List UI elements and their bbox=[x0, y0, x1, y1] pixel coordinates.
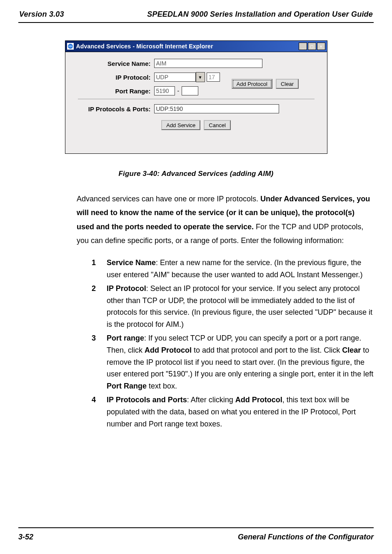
i3-b4: Port Range bbox=[107, 382, 147, 390]
i3-t4: text box. bbox=[147, 382, 177, 390]
add-service-button[interactable]: Add Service bbox=[161, 120, 200, 130]
footer-page-number: 3-52 bbox=[18, 533, 33, 541]
header-version: Version 3.03 bbox=[19, 10, 64, 19]
list-item-1: 1 Service Name: Enter a new name for the… bbox=[92, 257, 374, 281]
footer-rule bbox=[18, 527, 374, 528]
i3-t2: to add that protocol and port to the lis… bbox=[192, 346, 342, 354]
maximize-button[interactable]: □ bbox=[308, 43, 316, 50]
i1-bold: Service Name bbox=[107, 258, 156, 267]
i3-b2: Add Protocol bbox=[145, 346, 192, 354]
dropdown-icon[interactable]: ▼ bbox=[196, 72, 205, 82]
ie-window: Advanced Services - Microsoft Internet E… bbox=[65, 40, 327, 154]
i2-bold: IP Protocol bbox=[107, 284, 146, 293]
ip-protocols-ports-label: IP Protocols & Ports: bbox=[78, 105, 154, 113]
close-button[interactable]: × bbox=[317, 43, 325, 50]
service-name-label: Service Name: bbox=[78, 60, 154, 67]
i4-bold: IP Protocols and Ports bbox=[107, 396, 187, 404]
list-number-3: 3 bbox=[92, 332, 107, 392]
i3-b3: Clear bbox=[342, 346, 361, 354]
add-protocol-button[interactable]: Add Protocol bbox=[232, 79, 272, 89]
form-separator bbox=[78, 99, 315, 99]
ie-logo-icon bbox=[67, 43, 74, 50]
list-item-3: 3 Port range: If you select TCP or UDP, … bbox=[92, 332, 374, 392]
p1-a: Advanced services can have one or more I… bbox=[77, 195, 260, 203]
list-number-2: 2 bbox=[92, 283, 107, 331]
ip-protocol-label: IP Protocol: bbox=[78, 74, 154, 81]
i4-t1: : After clicking bbox=[187, 396, 235, 404]
list-number-4: 4 bbox=[92, 394, 107, 430]
cancel-button[interactable]: Cancel bbox=[204, 120, 230, 130]
header-rule bbox=[18, 22, 374, 23]
port-range-separator: - bbox=[175, 88, 182, 94]
list-item-4: 4 IP Protocols and Ports: After clicking… bbox=[92, 394, 374, 430]
port-range-label: Port Range: bbox=[78, 88, 154, 95]
service-name-input[interactable] bbox=[154, 59, 262, 68]
titlebar: Advanced Services - Microsoft Internet E… bbox=[65, 41, 327, 52]
intro-paragraph: Advanced services can have one or more I… bbox=[77, 192, 374, 248]
port-range-high-input[interactable] bbox=[182, 86, 198, 95]
ip-protocol-select[interactable] bbox=[154, 73, 196, 82]
port-range-low-input[interactable] bbox=[154, 86, 175, 95]
footer-section: General Functions of the Configurator bbox=[238, 533, 374, 541]
list-number-1: 1 bbox=[92, 257, 107, 281]
window-title: Advanced Services - Microsoft Internet E… bbox=[76, 43, 213, 50]
minimize-button[interactable]: _ bbox=[299, 43, 307, 50]
i2-text: : Select an IP protocol for your service… bbox=[107, 284, 372, 328]
i4-b2: Add Protocol bbox=[235, 396, 282, 404]
protocol-number-input[interactable] bbox=[207, 73, 220, 82]
header-title: SPEEDLAN 9000 Series Installation and Op… bbox=[147, 10, 373, 19]
ip-protocols-ports-input[interactable] bbox=[154, 104, 279, 113]
clear-button[interactable]: Clear bbox=[276, 79, 299, 89]
list-item-2: 2 IP Protocol: Select an IP protocol for… bbox=[92, 283, 374, 331]
i3-bold: Port range bbox=[107, 334, 144, 342]
figure-caption: Figure 3-40: Advanced Services (adding A… bbox=[18, 170, 374, 178]
